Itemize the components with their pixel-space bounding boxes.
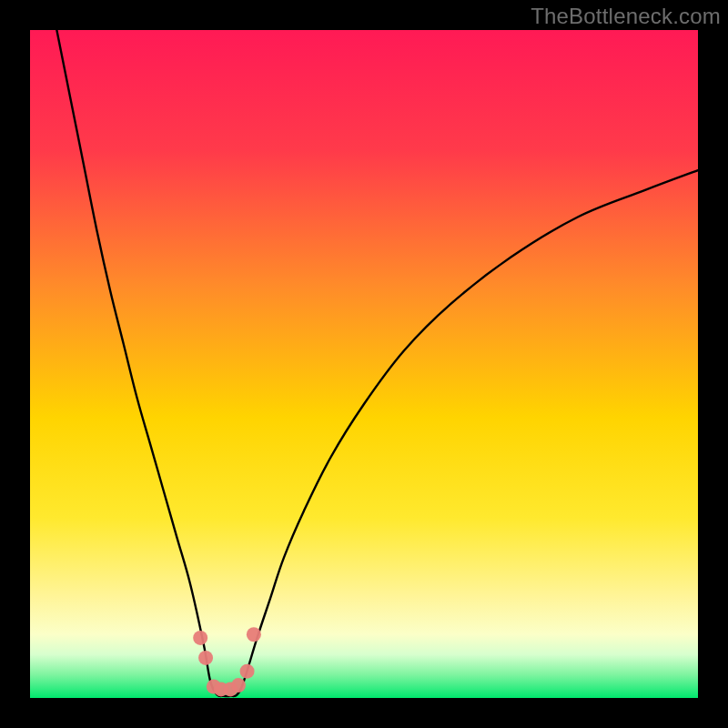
bottleneck-plot [30,30,698,698]
trough-marker [247,627,261,642]
watermark: TheBottleneck.com [531,4,721,29]
trough-marker [240,664,255,679]
trough-marker [198,651,213,665]
trough-marker [231,678,246,693]
chart-frame: TheBottleneck.com [0,0,728,728]
trough-marker [193,631,207,645]
gradient-background [30,30,698,698]
